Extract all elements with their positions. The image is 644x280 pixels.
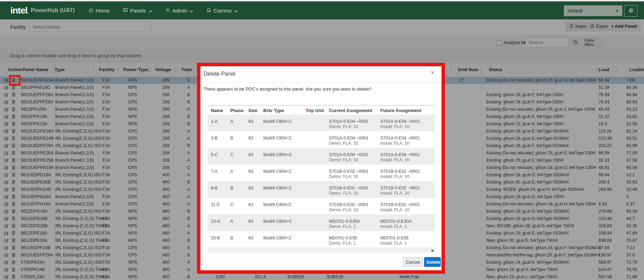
poc-cell-future-line1: MDI701-0-E55	[380, 236, 408, 240]
poc-cell-current-line1: S701B-0-E02 ~0001	[329, 202, 369, 207]
poc-cell-brkr: Multi9 C60H-C	[263, 202, 292, 207]
poc-cell-brkr: Multi9 C60H-C	[263, 152, 292, 157]
poc-table-row: 11-CC63Multi9 C60H-CS701B-0-E02 ~0001Dem…	[207, 198, 435, 215]
poc-cell-current-line1: S701B-0-E02 ~0001	[329, 186, 369, 190]
powerhub-app-window: intel. PowerHub (UAT) Home Panels Admin …	[0, 0, 644, 280]
poc-cell-name: 13-A	[211, 219, 220, 224]
delete-button[interactable]: Delete	[424, 257, 441, 267]
nav-comms-label: Comms	[214, 8, 232, 14]
poc-cell-name: 1-A	[211, 119, 217, 124]
poc-col-brkr: Brkr Type	[263, 108, 284, 113]
poc-cell-future-line1: MDI701-0-E30A	[380, 219, 412, 224]
poc-cell-future-line2: Install: FLA: 1	[380, 241, 407, 246]
nav-panels-label: Panels	[130, 8, 146, 14]
poc-cell-current-line2: Demo: FLA: 10	[329, 158, 358, 162]
poc-cell-current-line1: S701A-0-E04 ~0001	[329, 152, 369, 157]
poc-cell-phase: C	[230, 202, 233, 207]
close-icon[interactable]: ×	[431, 69, 434, 75]
poc-cell-phase: A	[230, 219, 233, 224]
poc-col-name: Name	[211, 108, 223, 113]
poc-cell-current-line1: S701B-0-E02 ~0001	[329, 169, 369, 174]
poc-cell-phase: B	[230, 186, 233, 190]
poc-cell-future-line1: S701A-0-E04 ~0001	[380, 119, 420, 124]
poc-cell-phase: B	[230, 136, 233, 141]
chevron-down-icon	[234, 8, 238, 14]
poc-table-row: 9-BB63Multi9 C60H-CS701B-0-E02 ~0001Demo…	[207, 181, 435, 198]
poc-cell-future-line2: Install: FLA: 10	[380, 191, 409, 196]
poc-cell-name: 7-A	[211, 169, 217, 174]
poc-cell-future-line1: S701B-0-E02 ~0001	[380, 186, 420, 190]
poc-cell-name: 9-B	[211, 186, 217, 190]
poc-table-row: 15-BB63Multi9 C60H-CMDI701-0-E55Demo: FL…	[207, 231, 435, 248]
poc-cell-phase: A	[230, 119, 233, 124]
poc-table-row: 7-AA63Multi9 C60H-CS701B-0-E02 ~0001Demo…	[207, 164, 435, 181]
poc-table-scrollbar[interactable]: ▶	[207, 248, 435, 253]
annotation-box-modal: Delete Panel × There appears to be POC's…	[197, 63, 445, 274]
poc-cell-current-line1: S701A-0-E04 ~0001	[329, 119, 369, 124]
poc-cell-brkr: Multi9 C60H-C	[263, 169, 292, 174]
poc-cell-future-line2: Install: FLA: 1	[380, 224, 407, 229]
poc-cell-size: 63	[248, 236, 253, 240]
home-icon	[89, 8, 93, 14]
gear-icon	[165, 8, 170, 14]
poc-cell-brkr: Multi9 C60H-C	[263, 236, 292, 240]
poc-cell-size: 63	[248, 136, 253, 141]
poc-cell-future-line2: Install: FLA: 10	[380, 174, 409, 179]
poc-cell-current-line1: MDI701-0-E55	[329, 236, 357, 240]
poc-cell-size: 63	[248, 186, 253, 190]
region-dropdown[interactable]: Ireland ▼	[564, 5, 622, 16]
poc-col-phase: Phase	[230, 108, 243, 113]
poc-cell-name: 3-B	[211, 136, 217, 141]
poc-cell-current-line2: Demo: FLA: 10	[329, 124, 358, 129]
nav-admin[interactable]: Admin	[165, 8, 193, 14]
top-navbar: intel. PowerHub (UAT) Home Panels Admin …	[0, 1, 644, 19]
poc-cell-future-line2: Install: FLA: 10	[380, 141, 409, 146]
nav-admin-label: Admin	[173, 8, 188, 14]
poc-cell-current-line2: Demo: FLA: 10	[329, 174, 358, 179]
poc-cell-size: 63	[248, 119, 253, 124]
nav-panels[interactable]: Panels	[123, 8, 152, 14]
poc-cell-size: 63	[248, 169, 253, 174]
dialog-divider	[200, 82, 441, 83]
poc-cell-current-line1: MDI701-0-E30A	[329, 219, 360, 224]
poc-cell-current-line2: Demo: FLA: 10	[329, 191, 358, 196]
poc-cell-current-line2: Demo: FLA: 10	[329, 141, 358, 146]
poc-cell-name: 15-B	[211, 236, 220, 240]
dialog-title: Delete Panel	[204, 71, 236, 77]
scroll-right-arrow-icon: ▶	[431, 248, 434, 252]
poc-col-trip: Trip Unit	[306, 108, 324, 113]
bug-icon	[628, 7, 634, 15]
poc-cell-size: 63	[248, 219, 253, 224]
debug-bug-button[interactable]	[624, 5, 637, 17]
delete-panel-dialog: Delete Panel × There appears to be POC's…	[200, 66, 441, 270]
poc-cell-size: 63	[248, 202, 253, 207]
nav-home-label: Home	[96, 8, 110, 14]
poc-cell-phase: C	[230, 152, 233, 157]
poc-cell-brkr: Multi9 C60H-C	[263, 119, 292, 124]
nav-comms[interactable]: Comms	[206, 8, 238, 14]
poc-cell-brkr: Multi9 C60H-C	[263, 219, 292, 224]
poc-cell-name: 11-C	[211, 202, 220, 207]
poc-col-size: Size	[248, 108, 257, 113]
intel-logo: intel.	[10, 5, 28, 16]
poc-table-row: 3-BB63Multi9 C60H-CS701A-0-E04 ~0001Demo…	[207, 131, 435, 148]
poc-cell-brkr: Multi9 C60H-C	[263, 186, 292, 190]
poc-cell-current-line2: Demo: FLA: 10	[329, 207, 358, 212]
dialog-message: There appears to be POC's assigned to th…	[204, 86, 372, 92]
chevron-down-icon	[190, 8, 193, 14]
panels-icon	[123, 8, 128, 14]
poc-cell-future-line2: Install: FLA: 10	[380, 158, 409, 162]
dropdown-arrow-icon: ▼	[615, 9, 619, 13]
chevron-down-icon	[149, 8, 152, 14]
cancel-button[interactable]: Cancel	[403, 257, 423, 267]
poc-cell-current-line2: Demo: FLA: 1	[329, 241, 356, 246]
poc-cell-phase: B	[230, 236, 233, 240]
nav-home[interactable]: Home	[89, 8, 110, 14]
poc-col-current: Current Assignment	[329, 108, 372, 113]
poc-cell-size: 63	[248, 152, 253, 157]
poc-cell-current-line2: Demo: FLA: 1	[329, 224, 356, 229]
poc-cell-phase: A	[230, 169, 233, 174]
poc-cell-brkr: Multi9 C60H-C	[263, 136, 292, 141]
annotation-box-delete-icon	[9, 75, 20, 86]
poc-table-row: 13-AA63Multi9 C60H-CMDI701-0-E30ADemo: F…	[207, 214, 435, 231]
